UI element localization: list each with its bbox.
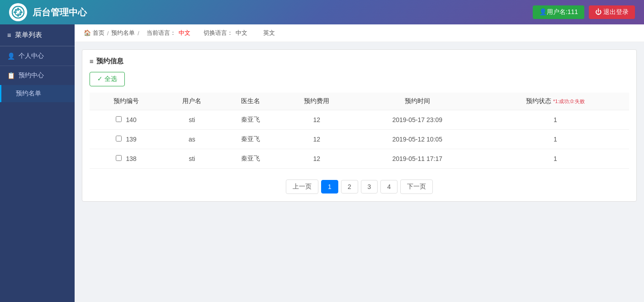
pagination: 上一页 1 2 3 4 下一页 [90, 179, 629, 194]
page-4-button[interactable]: 4 [380, 180, 398, 193]
cell-fee-0: 12 [280, 110, 353, 130]
cell-booking-no-2: 138 [90, 149, 162, 169]
breadcrumb-home[interactable]: 🏠 首页 [84, 29, 104, 37]
cell-booking-no-1: 139 [90, 130, 162, 149]
booking-card: ≡ 预约信息 ✓ 全选 预约编号 用户名 医生名 预约费用 预约时间 预约 [82, 49, 637, 202]
row-checkbox-0[interactable] [116, 116, 122, 122]
cell-time-1: 2019-05-12 10:05 [353, 130, 482, 149]
sidebar-item-appointment-center[interactable]: 📋 预约中心 [0, 66, 75, 85]
appointment-icon: 📋 [7, 72, 15, 79]
breadcrumb-lang-label: 当前语言： [147, 29, 176, 37]
row-checkbox-1[interactable] [116, 136, 122, 142]
header-right: 👤用户名:111 ⏻ 退出登录 [533, 5, 635, 19]
cell-status-0: 1 [482, 110, 629, 130]
menu-icon: ≡ [7, 31, 11, 39]
appointment-center-label: 预约中心 [19, 71, 44, 80]
layout: ≡ 菜单列表 👤 个人中心 📋 预约中心 预约名单 🏠 首页 / 预约名单 / … [0, 24, 644, 302]
booking-id-2: 138 [126, 155, 136, 162]
breadcrumb-lang-switch-label: 切换语言： [198, 29, 233, 37]
page-2-button[interactable]: 2 [341, 180, 358, 193]
breadcrumb-sep2: / [137, 30, 139, 37]
main-content: 🏠 首页 / 预约名单 / 当前语言： 中文 切换语言： 中文 英文 ≡ 预约信… [75, 24, 644, 302]
card-title: ≡ 预约信息 [90, 57, 629, 66]
app-title: 后台管理中心 [33, 6, 87, 19]
cell-booking-no-0: 140 [90, 110, 162, 130]
cell-fee-2: 12 [280, 149, 353, 169]
cell-doctor-0[interactable]: 秦亚飞 [221, 110, 280, 130]
breadcrumb-page: 预约名单 [111, 29, 135, 37]
sidebar: ≡ 菜单列表 👤 个人中心 📋 预约中心 预约名单 [0, 24, 75, 302]
person-icon: 👤 [7, 52, 15, 60]
cell-doctor-1[interactable]: 秦亚飞 [221, 130, 280, 149]
user-button[interactable]: 👤用户名:111 [533, 5, 584, 19]
booking-id-1: 139 [126, 136, 136, 143]
breadcrumb: 🏠 首页 / 预约名单 / 当前语言： 中文 切换语言： 中文 英文 [75, 24, 644, 42]
breadcrumb-lang-spacer [255, 29, 260, 37]
personal-center-label: 个人中心 [19, 52, 44, 60]
cell-time-0: 2019-05-17 23:09 [353, 110, 482, 130]
table-row: 138 sti 秦亚飞 12 2019-05-11 17:17 1 [90, 149, 629, 169]
logo-icon [12, 6, 24, 19]
next-page-button[interactable]: 下一页 [400, 179, 433, 194]
breadcrumb-lang-en[interactable]: 英文 [263, 29, 275, 37]
card-title-icon: ≡ [90, 57, 94, 65]
header: 后台管理中心 👤用户名:111 ⏻ 退出登录 [0, 0, 644, 24]
booking-table: 预约编号 用户名 医生名 预约费用 预约时间 预约状态 *1:成功;0:失败 [90, 93, 629, 169]
header-left: 后台管理中心 [9, 3, 87, 21]
cell-username-0: sti [162, 110, 221, 130]
card-title-text: 预约信息 [96, 57, 123, 66]
table-body: 140 sti 秦亚飞 12 2019-05-17 23:09 1 139 as… [90, 110, 629, 169]
table-header: 预约编号 用户名 医生名 预约费用 预约时间 预约状态 *1:成功;0:失败 [90, 93, 629, 110]
cell-status-2: 1 [482, 149, 629, 169]
th-username: 用户名 [162, 93, 221, 110]
breadcrumb-sep1: / [107, 30, 109, 37]
content-area: ≡ 预约信息 ✓ 全选 预约编号 用户名 医生名 预约费用 预约时间 预约 [75, 42, 644, 209]
sidebar-title: ≡ 菜单列表 [0, 24, 75, 46]
logout-button[interactable]: ⏻ 退出登录 [589, 5, 635, 19]
cell-username-1: as [162, 130, 221, 149]
th-doctor: 医生名 [221, 93, 280, 110]
th-time: 预约时间 [353, 93, 482, 110]
logo [9, 3, 27, 21]
header-row: 预约编号 用户名 医生名 预约费用 预约时间 预约状态 *1:成功;0:失败 [90, 93, 629, 110]
select-all-button[interactable]: ✓ 全选 [90, 72, 125, 86]
th-fee: 预约费用 [280, 93, 353, 110]
row-checkbox-2[interactable] [116, 155, 122, 161]
th-status-label: 预约状态 [526, 97, 551, 104]
th-status: 预约状态 *1:成功;0:失败 [482, 93, 629, 110]
th-booking-no: 预约编号 [90, 93, 162, 110]
th-status-annotation: *1:成功;0:失败 [553, 99, 585, 104]
page-3-button[interactable]: 3 [361, 180, 378, 193]
table-row: 140 sti 秦亚飞 12 2019-05-17 23:09 1 [90, 110, 629, 130]
table-row: 139 as 秦亚飞 12 2019-05-12 10:05 1 [90, 130, 629, 149]
breadcrumb-lang-current: 中文 [179, 29, 190, 37]
sidebar-item-personal-center[interactable]: 👤 个人中心 [0, 47, 75, 66]
cell-doctor-2[interactable]: 秦亚飞 [221, 149, 280, 169]
booking-id-0: 140 [126, 116, 136, 123]
sidebar-title-label: 菜单列表 [15, 31, 42, 39]
cell-username-2: sti [162, 149, 221, 169]
cell-fee-1: 12 [280, 130, 353, 149]
breadcrumb-lang-zh[interactable]: 中文 [236, 29, 247, 37]
cell-status-1: 1 [482, 130, 629, 149]
sidebar-item-appointment-list[interactable]: 预约名单 [0, 85, 75, 102]
cell-time-2: 2019-05-11 17:17 [353, 149, 482, 169]
appointment-list-label: 预约名单 [16, 90, 41, 97]
prev-page-button[interactable]: 上一页 [286, 179, 318, 194]
page-1-button[interactable]: 1 [321, 180, 338, 193]
